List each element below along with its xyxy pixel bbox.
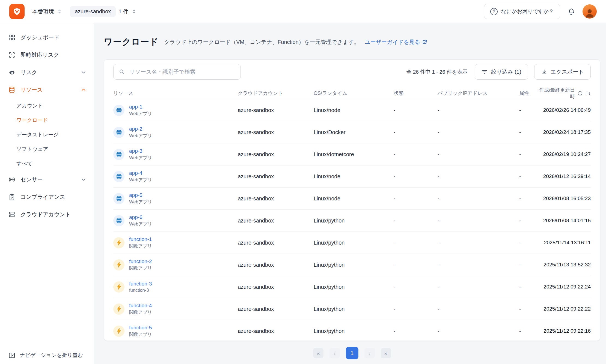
sidebar-item-label: クラウドアカウント (20, 211, 71, 218)
cloud-account-cell: azure-sandbox (238, 328, 314, 334)
toolbar-right: 全 26 件中 1 - 26 件を表示 絞り込み (1) エクスポート (406, 64, 591, 80)
updated-at-cell: 2026/01/08 16:05:23 (535, 195, 591, 201)
column-header-updated-at[interactable]: 作成/最終更新日時 (535, 87, 591, 100)
updated-at-cell: 2025/11/12 09:22:16 (535, 328, 591, 334)
search-input[interactable] (113, 64, 241, 80)
pagination-first-button[interactable]: « (313, 348, 323, 358)
sidebar-subitem-software[interactable]: ソフトウェア (0, 142, 94, 156)
table-row[interactable]: app-3 Webアプリ azure-sandbox Linux/dotnetc… (113, 143, 591, 166)
resource-name-link[interactable]: function-1 (129, 236, 152, 242)
table-row[interactable]: app-6 Webアプリ azure-sandbox Linux/python … (113, 210, 591, 232)
sidebar-subitem-all[interactable]: すべて (0, 156, 94, 171)
resource-name-link[interactable]: function-4 (129, 303, 152, 309)
table-row[interactable]: app-1 Webアプリ azure-sandbox Linux/node - … (113, 99, 591, 121)
page-header: ワークロード クラウド上のワークロード（VM、コンテナ、Function）を一元… (104, 36, 600, 48)
sensor-broadcast-icon (8, 176, 16, 183)
sort-descending-icon[interactable] (585, 91, 591, 96)
sidebar-subitem-label: アカウント (16, 102, 43, 109)
status-cell: - (394, 195, 438, 202)
help-button[interactable]: ? なにかお困りですか？ (484, 4, 560, 19)
attribute-cell: - (519, 328, 535, 334)
cloud-account-selector[interactable]: azure-sandbox 1 件 (70, 6, 137, 17)
table-row[interactable]: function-3 function-3 azure-sandbox Linu… (113, 276, 591, 298)
resource-cell: app-3 Webアプリ (113, 148, 238, 161)
sidebar-item-immediate-risk[interactable]: 即時対応リスク (0, 46, 94, 64)
avatar[interactable] (583, 4, 597, 19)
resource-name-link[interactable]: app-2 (129, 126, 152, 132)
status-cell: - (394, 151, 438, 158)
attribute-cell: - (519, 173, 535, 180)
public-ip-cell: - (438, 328, 519, 334)
sidebar-subitem-data-storage[interactable]: データストレージ (0, 127, 94, 142)
resource-name-link[interactable]: app-5 (129, 192, 152, 198)
workload-card: 全 26 件中 1 - 26 件を表示 絞り込み (1) エクスポート (104, 59, 600, 341)
resource-database-icon (8, 86, 16, 94)
page-description: クラウド上のワークロード（VM、コンテナ、Function）を一元管理できます。 (164, 38, 359, 46)
info-icon[interactable] (577, 91, 583, 96)
sidebar-item-label: リソース (20, 86, 43, 94)
sidebar-collapse-button[interactable]: ナビゲーションを折り畳む (0, 347, 94, 364)
resource-type-icon (113, 237, 124, 248)
os-runtime-cell: Linux/python (314, 240, 394, 246)
table-row[interactable]: function-5 関数アプリ azure-sandbox Linux/pyt… (113, 320, 591, 341)
resource-name-link[interactable]: function-3 (129, 281, 152, 287)
os-runtime-cell: Linux/python (314, 218, 394, 224)
resource-subtype: function-3 (129, 288, 152, 293)
resource-name-link[interactable]: app-3 (129, 148, 152, 154)
sidebar-item-resources[interactable]: リソース (0, 81, 94, 98)
pagination-last-button[interactable]: » (381, 348, 391, 358)
public-ip-cell: - (438, 284, 519, 290)
resource-name-link[interactable]: app-4 (129, 170, 152, 176)
pagination-page-1-button[interactable]: 1 (346, 347, 358, 359)
external-link-icon (422, 39, 427, 45)
cloud-account-cell: azure-sandbox (238, 151, 314, 158)
sidebar-item-compliance[interactable]: コンプライアンス (0, 188, 94, 206)
download-icon (541, 69, 547, 75)
status-cell: - (394, 218, 438, 224)
table-row[interactable]: app-4 Webアプリ azure-sandbox Linux/node - … (113, 166, 591, 188)
table-row[interactable]: function-1 関数アプリ azure-sandbox Linux/pyt… (113, 232, 591, 254)
resource-name-link[interactable]: function-2 (129, 258, 152, 264)
public-ip-cell: - (438, 107, 519, 113)
pagination-next-button[interactable]: › (364, 348, 375, 358)
notifications-button[interactable] (567, 7, 575, 16)
environment-selector[interactable]: 本番環境 (32, 8, 62, 15)
filter-button[interactable]: 絞り込み (1) (475, 64, 528, 80)
resource-cell: function-2 関数アプリ (113, 258, 238, 271)
resource-name-link[interactable]: function-5 (129, 325, 152, 331)
table-row[interactable]: function-4 関数アプリ azure-sandbox Linux/pyt… (113, 298, 591, 320)
shield-logo-icon (13, 7, 21, 16)
resource-cell: app-2 Webアプリ (113, 126, 238, 139)
os-runtime-cell: Linux/node (314, 195, 394, 202)
sidebar-subitem-workloads[interactable]: ワークロード (0, 113, 94, 127)
sidebar-collapse-label: ナビゲーションを折り畳む (20, 352, 83, 359)
topbar-right: ? なにかお困りですか？ (484, 4, 597, 19)
table-row[interactable]: function-2 関数アプリ azure-sandbox Linux/pyt… (113, 254, 591, 276)
sidebar-item-cloud-accounts[interactable]: クラウドアカウント (0, 206, 94, 223)
table-row[interactable]: app-2 Webアプリ azure-sandbox Linux/Docker … (113, 121, 591, 143)
resource-name-link[interactable]: app-6 (129, 214, 152, 220)
public-ip-cell: - (438, 195, 519, 202)
status-cell: - (394, 306, 438, 312)
compliance-clipboard-icon (8, 193, 16, 201)
risk-bug-icon (8, 69, 16, 76)
resource-cell: function-5 関数アプリ (113, 325, 238, 338)
table-row[interactable]: app-5 Webアプリ azure-sandbox Linux/node - … (113, 188, 591, 210)
sidebar-item-sensors[interactable]: センサー (0, 171, 94, 188)
sidebar-item-dashboard[interactable]: ダッシュボード (0, 29, 94, 46)
page-title: ワークロード (104, 36, 159, 48)
resource-subtype: Webアプリ (129, 133, 152, 139)
table-toolbar: 全 26 件中 1 - 26 件を表示 絞り込み (1) エクスポート (113, 64, 591, 80)
collapse-panel-icon (8, 352, 16, 359)
environment-label: 本番環境 (32, 8, 54, 15)
cloud-account-cell: azure-sandbox (238, 107, 314, 113)
user-guide-link[interactable]: ユーザーガイドを見る (365, 38, 427, 46)
sidebar-item-risk[interactable]: リスク (0, 64, 94, 81)
pagination-prev-button[interactable]: ‹ (329, 348, 340, 358)
resource-name-link[interactable]: app-1 (129, 104, 152, 110)
export-button[interactable]: エクスポート (534, 64, 591, 80)
search-box (113, 64, 241, 80)
sidebar-item-label: コンプライアンス (20, 193, 65, 201)
sidebar-subitem-accounts[interactable]: アカウント (0, 98, 94, 113)
resource-cell: app-6 Webアプリ (113, 214, 238, 227)
